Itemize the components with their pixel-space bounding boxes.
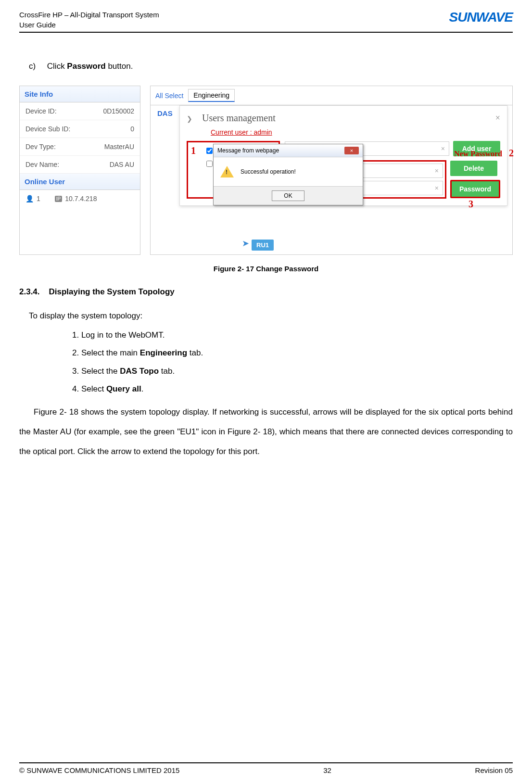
info-row: Device ID:0D150002 xyxy=(20,102,140,120)
all-select-link[interactable]: All Select xyxy=(155,92,183,100)
clear-icon[interactable]: × xyxy=(435,167,439,175)
annotation-3: 3 xyxy=(469,199,473,210)
current-user-label: Current user : admin xyxy=(211,128,500,136)
checkbox-test[interactable] xyxy=(206,148,213,154)
close-icon[interactable]: × xyxy=(495,113,500,123)
page-number: 32 xyxy=(323,766,331,774)
ru1-tag[interactable]: RU1 xyxy=(252,240,274,251)
arrow-icon: ➤ xyxy=(242,238,249,249)
checkbox-admin[interactable] xyxy=(206,161,213,167)
new-password-label: New Password xyxy=(454,150,502,158)
chevron-icon: ❯ xyxy=(187,115,192,123)
figure-caption: Figure 2- 17 Change Password xyxy=(19,265,513,273)
annotation-1: 1 xyxy=(191,145,196,156)
site-info-header: Site Info xyxy=(20,86,140,102)
delete-button[interactable]: Delete xyxy=(450,161,497,176)
password-button[interactable]: Password xyxy=(450,180,500,198)
doc-title: CrossFire HP – All-Digital Transport Sys… xyxy=(19,10,159,20)
paragraph: Figure 2- 18 shows the system topology d… xyxy=(19,403,513,461)
user-icon: 👤 xyxy=(25,195,34,202)
screenshot-figure: Site Info Device ID:0D150002 Device Sub … xyxy=(19,86,513,255)
msgbox-close-button[interactable]: × xyxy=(344,147,359,154)
list-item: 1. Log in to the WebOMT. xyxy=(72,326,513,344)
ok-button[interactable]: OK xyxy=(272,190,304,201)
main-panel: All Select Engineering DAS ❯ Users manag… xyxy=(150,86,513,255)
tab-engineering[interactable]: Engineering xyxy=(188,89,235,102)
list-item: 4. Select Query all. xyxy=(72,380,513,398)
info-row: Dev Name:DAS AU xyxy=(20,156,140,174)
online-user-header: Online User xyxy=(20,174,140,190)
page-header: CrossFire HP – All-Digital Transport Sys… xyxy=(19,10,513,33)
modal-title: Users management xyxy=(202,113,276,123)
list-item: 3. Select the DAS Topo tab. xyxy=(72,362,513,380)
online-user-row: 👤 1 IP 10.7.4.218 xyxy=(20,190,140,207)
das-label[interactable]: DAS xyxy=(151,105,179,121)
msgbox-text: Successful operation! xyxy=(241,168,296,175)
warning-icon xyxy=(220,166,234,177)
revision: Revision 05 xyxy=(475,766,513,774)
msgbox-title: Message from webpage xyxy=(217,147,279,154)
ip-badge: IP xyxy=(55,196,62,202)
tabs-row: All Select Engineering xyxy=(151,86,512,105)
doc-subtitle: User Guide xyxy=(19,20,159,30)
message-box: Message from webpage × Successful operat… xyxy=(213,144,363,205)
info-row: Dev Type:MasterAU xyxy=(20,138,140,156)
list-item: 2. Select the main Engineering tab. xyxy=(72,344,513,362)
clear-icon[interactable]: × xyxy=(435,184,439,192)
annotation-2: 2 xyxy=(509,148,514,159)
intro-text: To display the system topology: xyxy=(29,306,513,326)
section-heading: 2.3.4. Displaying the System Topology xyxy=(19,287,513,297)
brand-logo: SUNWAVE xyxy=(449,10,513,25)
page-footer: © SUNWAVE COMMUNICATIONS LIMITED 2015 32… xyxy=(19,762,513,774)
info-row: Device Sub ID:0 xyxy=(20,120,140,138)
copyright: © SUNWAVE COMMUNICATIONS LIMITED 2015 xyxy=(19,766,179,774)
step-c: c) Click Password button. xyxy=(29,62,513,71)
site-info-panel: Site Info Device ID:0D150002 Device Sub … xyxy=(19,86,140,255)
clear-icon[interactable]: × xyxy=(441,145,445,152)
